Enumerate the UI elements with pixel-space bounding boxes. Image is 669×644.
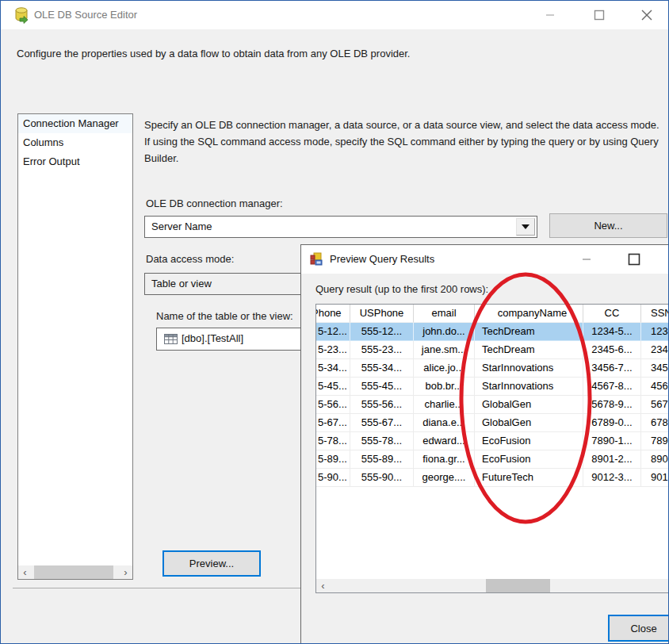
grid-header-cell-Phone[interactable]: Phone [316,305,350,323]
grid-cell[interactable]: 789-0 [641,432,669,450]
grid-cell[interactable]: 5-78... [316,432,350,450]
pages-list: Connection ManagerColumnsError Output ‹ … [17,113,133,580]
scroll-left-icon[interactable]: ‹ [316,579,330,592]
grid-cell[interactable]: 5-12... [316,323,350,341]
preview-button[interactable]: Preview... [162,550,261,577]
query-results-grid: PhoneUSPhoneemailcompanyNameCCSSN 5-12..… [315,304,669,593]
grid-cell[interactable]: 234-5 [641,341,669,359]
grid-cell[interactable]: 3456-7... [583,359,641,378]
grid-row[interactable]: 5-23...555-23...jane.sm...TechDream2345-… [316,341,669,359]
scrollbar-thumb[interactable] [34,565,113,579]
grid-cell[interactable]: 555-67... [350,414,414,432]
grid-cell[interactable]: EcoFusion [475,432,583,450]
grid-row[interactable]: 5-90...555-90...george....FutureTech9012… [316,469,669,487]
grid-cell[interactable]: 5-45... [316,378,350,396]
grid-cell[interactable]: charlie... [414,396,475,414]
grid-cell[interactable]: 555-23... [350,341,414,359]
grid-cell[interactable]: edward... [414,432,475,450]
grid-cell[interactable]: TechDream [475,323,583,341]
grid-cell[interactable]: 5-56... [316,396,350,414]
grid-cell[interactable]: george.... [414,469,475,487]
grid-cell[interactable]: 2345-6... [583,341,641,359]
grid-header-row: PhoneUSPhoneemailcompanyNameCCSSN [316,305,669,323]
grid-cell[interactable]: 8901-2... [583,450,641,469]
grid-cell[interactable]: 555-56... [350,396,414,414]
grid-cell[interactable]: 890-1 [641,450,669,469]
sidebar-item-error-output[interactable]: Error Output [18,152,132,171]
grid-cell[interactable]: 678-9 [641,414,669,432]
minimize-icon[interactable] [533,1,568,29]
grid-cell[interactable]: 901-2 [641,469,669,487]
maximize-icon[interactable] [617,245,652,274]
grid-cell[interactable]: StarInnovations [475,359,583,378]
grid-cell[interactable]: 456-7 [641,378,669,396]
grid-cell[interactable]: 555-90... [350,469,414,487]
grid-cell[interactable]: TechDream [475,341,583,359]
pages-list-hscrollbar[interactable]: ‹ › [18,565,132,579]
grid-row[interactable]: 5-34...555-34...alice.jo...StarInnovatio… [316,359,669,378]
main-titlebar[interactable]: OLE DB Source Editor [1,1,668,29]
grid-cell[interactable]: 1234-5... [583,323,641,341]
grid-cell[interactable]: 345-6 [641,359,669,378]
grid-cell[interactable]: alice.jo... [414,359,475,378]
grid-cell[interactable]: john.do... [414,323,475,341]
sidebar-item-columns[interactable]: Columns [18,133,132,152]
grid-cell[interactable]: 5678-9... [583,396,641,414]
grid-cell[interactable]: 555-12... [350,323,414,341]
grid-row[interactable]: 5-56...555-56...charlie...GlobalGen5678-… [316,396,669,414]
grid-header-cell-USPhone[interactable]: USPhone [350,305,414,323]
scroll-right-icon[interactable]: › [119,565,132,579]
grid-cell[interactable]: GlobalGen [475,414,583,432]
grid-cell[interactable]: GlobalGen [475,396,583,414]
grid-row[interactable]: 5-45...555-45...bob.br...StarInnovations… [316,378,669,396]
grid-cell[interactable]: 5-89... [316,450,350,469]
grid-cell[interactable]: 9012-3... [583,469,641,487]
new-button[interactable]: New... [549,213,667,238]
grid-cell[interactable]: 7890-1... [583,432,641,450]
grid-cell[interactable]: 5-23... [316,341,350,359]
table-icon [164,333,178,345]
grid-cell[interactable]: 5-90... [316,469,350,487]
grid-cell[interactable]: StarInnovations [475,378,583,396]
data-access-mode-label: Data access mode: [146,253,234,265]
grid-row[interactable]: 5-12...555-12...john.do...TechDream1234-… [316,323,669,341]
grid-cell[interactable]: 123-4 [641,323,669,341]
grid-header-cell-CC[interactable]: CC [583,305,641,323]
grid-cell[interactable]: 6789-0... [583,414,641,432]
preview-titlebar[interactable]: Preview Query Results [301,245,669,274]
grid-cell[interactable]: FutureTech [475,469,583,487]
grid-row[interactable]: 5-67...555-67...diana.e...GlobalGen6789-… [316,414,669,432]
close-icon[interactable] [629,1,664,29]
minimize-icon[interactable] [569,245,604,274]
grid-header-cell-companyName[interactable]: companyName [475,305,583,323]
grid-cell[interactable]: diana.e... [414,414,475,432]
sidebar-item-connection-manager[interactable]: Connection Manager [18,114,132,133]
window-title: OLE DB Source Editor [34,1,137,29]
grid-cell[interactable]: 5-34... [316,359,350,378]
grid-header-cell-SSN[interactable]: SSN [641,305,669,323]
grid-cell[interactable]: 555-89... [350,450,414,469]
table-name-value: [dbo].[TestAll] [182,328,243,349]
grid-cell[interactable]: jane.sm... [414,341,475,359]
grid-cell[interactable]: bob.br... [414,378,475,396]
close-button[interactable]: Close [608,615,669,642]
grid-row[interactable]: 5-89...555-89...fiona.gr...EcoFusion8901… [316,450,669,469]
grid-hscrollbar[interactable]: ‹ [316,579,669,592]
grid-cell[interactable]: 555-45... [350,378,414,396]
grid-header-cell-email[interactable]: email [414,305,475,323]
scrollbar-thumb[interactable] [486,579,550,592]
grid-cell[interactable]: 5-67... [316,414,350,432]
scroll-left-icon[interactable]: ‹ [18,565,32,579]
grid-cell[interactable]: 555-34... [350,359,414,378]
grid-cell[interactable]: 555-78... [350,432,414,450]
connection-manager-combobox[interactable]: Server Name [144,216,537,238]
grid-cell[interactable]: fiona.gr... [414,450,475,469]
grid-cell[interactable]: 567-8 [641,396,669,414]
grid-cell[interactable]: EcoFusion [475,450,583,469]
screen: OLE DB Source Editor Configure the prope… [0,0,669,644]
maximize-icon[interactable] [582,1,617,29]
chevron-down-icon[interactable] [516,218,535,236]
grid-cell[interactable]: 4567-8... [583,378,641,396]
grid-row[interactable]: 5-78...555-78...edward...EcoFusion7890-1… [316,432,669,450]
query-result-label: Query result (up to the first 200 rows): [315,283,488,295]
